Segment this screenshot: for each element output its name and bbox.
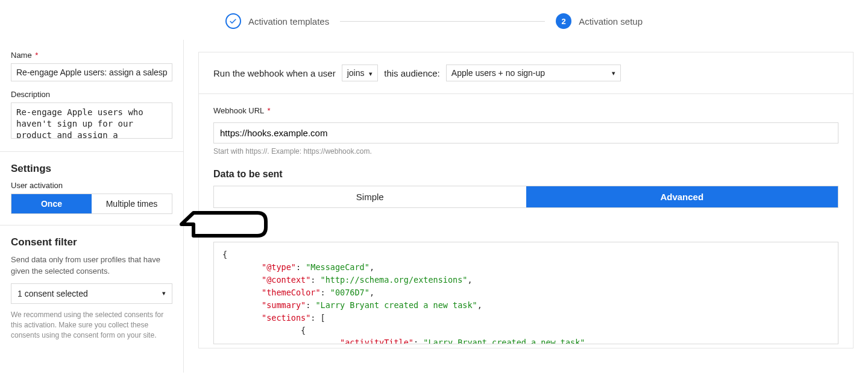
config-card: Run the webhook when a user joins ▾ this… [198, 52, 854, 348]
step-activation-templates[interactable]: Activation templates [225, 13, 329, 29]
sidebar-section-settings: Settings User activation Once Multiple t… [0, 152, 183, 225]
sidebar-section-consent: Consent filter Send data only from user … [0, 225, 183, 352]
chevron-down-icon: ▾ [162, 289, 166, 297]
payload-editor[interactable]: { "@type": "MessageCard", "@context": "h… [213, 242, 838, 344]
main: Run the webhook when a user joins ▾ this… [184, 40, 868, 373]
step-label: Activation templates [248, 16, 329, 27]
trigger-row: Run the webhook when a user joins ▾ this… [199, 52, 853, 94]
stepper: Activation templates 2 Activation setup [0, 0, 868, 40]
settings-heading: Settings [11, 163, 172, 175]
chevron-down-icon: ▾ [612, 69, 615, 77]
consent-select-label: 1 consent selected [17, 289, 88, 298]
description-input[interactable]: Re-engage Apple users who haven't sign u… [11, 102, 172, 139]
consent-heading: Consent filter [11, 236, 172, 248]
trigger-prefix: Run the webhook when a user [213, 68, 336, 78]
user-activation-segmented: Once Multiple times [11, 194, 172, 214]
sidebar: Name * Description Re-engage Apple users… [0, 40, 184, 373]
sidebar-section-basic: Name * Description Re-engage Apple users… [0, 40, 183, 152]
data-heading: Data to be sent [213, 169, 838, 180]
consent-recommend: We recommend using the selected consents… [11, 310, 172, 341]
name-input[interactable] [11, 63, 172, 81]
step-number: 2 [556, 13, 571, 29]
check-icon [225, 13, 241, 29]
webhook-section: Webhook URL * Start with https://. Examp… [199, 94, 853, 348]
consent-select[interactable]: 1 consent selected ▾ [11, 283, 172, 304]
description-label: Description [11, 90, 172, 99]
step-label: Activation setup [579, 16, 643, 27]
tab-simple[interactable]: Simple [214, 186, 526, 207]
multiple-times-button[interactable]: Multiple times [92, 194, 172, 213]
trigger-suffix: this audience: [384, 68, 440, 78]
consent-help: Send data only from user profiles that h… [11, 254, 172, 277]
user-activation-label: User activation [11, 181, 172, 190]
name-label: Name * [11, 51, 172, 60]
trigger-action-select[interactable]: joins ▾ [342, 65, 379, 81]
webhook-hint: Start with https://. Example: https://we… [213, 147, 838, 156]
webhook-url-input[interactable] [213, 122, 838, 143]
once-button[interactable]: Once [11, 194, 92, 213]
data-mode-tabs: Simple Advanced [213, 186, 838, 208]
step-connector [340, 21, 545, 22]
tab-advanced[interactable]: Advanced [526, 186, 838, 207]
validate-button[interactable]: Validate [213, 216, 262, 236]
step-activation-setup[interactable]: 2 Activation setup [556, 13, 643, 29]
webhook-url-label: Webhook URL * [213, 106, 838, 115]
audience-select[interactable]: Apple users + no sign-up▾ [446, 65, 621, 81]
chevron-down-icon: ▾ [369, 70, 373, 77]
